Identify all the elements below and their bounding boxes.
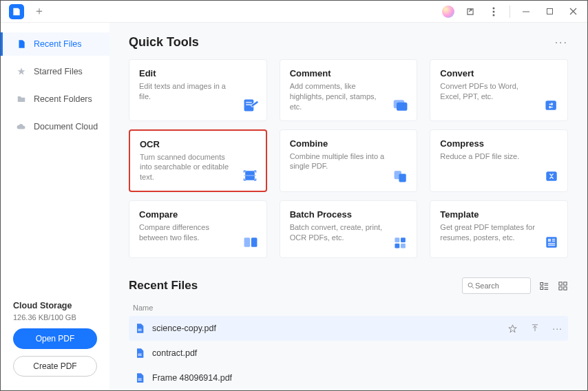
svg-rect-33 [559, 286, 562, 289]
tool-desc: Compare differences between two files. [139, 222, 257, 243]
tool-card-edit[interactable]: Edit Edit texts and images in a file. [129, 59, 267, 121]
template-icon [543, 234, 560, 251]
search-box[interactable] [462, 277, 531, 294]
tool-title: Template [440, 209, 558, 220]
column-header-name: Name [129, 301, 568, 316]
tool-title: Batch Process [290, 209, 408, 220]
svg-rect-17 [251, 237, 258, 247]
search-input[interactable] [475, 282, 516, 290]
new-tab-button[interactable]: ＋ [34, 4, 45, 19]
tool-card-compress[interactable]: Compress Reduce a PDF file size. [430, 129, 568, 193]
file-icon [16, 39, 27, 50]
tool-title: OCR [140, 139, 256, 149]
star-file-icon[interactable] [507, 324, 518, 334]
upload-file-icon[interactable] [530, 324, 540, 333]
svg-point-2 [493, 14, 495, 16]
tool-desc: Convert PDFs to Word, Excel, PPT, etc. [440, 81, 558, 102]
svg-rect-32 [564, 282, 567, 284]
sidebar-item-label: Starred Files [34, 67, 83, 76]
pdf-file-icon [134, 323, 145, 334]
svg-rect-20 [395, 244, 400, 249]
user-avatar[interactable] [442, 6, 454, 18]
svg-rect-3 [523, 11, 529, 12]
comment-icon [392, 97, 410, 114]
quick-tools-more-icon[interactable]: ··· [555, 36, 568, 49]
tool-title: Combine [290, 138, 408, 149]
tool-card-convert[interactable]: Convert Convert PDFs to Word, Excel, PPT… [430, 59, 568, 121]
svg-rect-4 [547, 9, 552, 14]
file-name: Frame 48096914.pdf [152, 373, 232, 383]
tool-desc: Turn scanned documents into searchable o… [140, 152, 256, 183]
svg-rect-25 [552, 240, 555, 242]
search-icon [467, 282, 475, 290]
ocr-icon [241, 167, 259, 184]
file-row[interactable]: Frame 48096914.pdf [129, 366, 568, 390]
sidebar-item-recent-files[interactable]: Recent Files [1, 32, 109, 56]
tool-card-comment[interactable]: Comment Add comments, like highlights, p… [280, 59, 418, 121]
sidebar-item-document-cloud[interactable]: Document Cloud [1, 115, 109, 138]
convert-icon [543, 97, 560, 114]
create-pdf-button[interactable]: Create PDF [13, 356, 97, 377]
tool-title: Edit [139, 68, 257, 78]
app-logo [9, 4, 24, 19]
svg-rect-22 [546, 237, 556, 247]
tool-title: Comment [290, 68, 408, 78]
recent-files-title: Recent Files [129, 279, 198, 293]
minimize-button[interactable] [514, 2, 538, 21]
tool-card-compare[interactable]: Compare Compare differences between two … [129, 200, 267, 258]
sidebar-item-starred-files[interactable]: Starred Files [1, 60, 109, 83]
svg-rect-6 [246, 101, 252, 103]
file-name: science-copy.pdf [152, 324, 216, 333]
tool-card-combine[interactable]: Combine Combine multiple files into a si… [280, 129, 418, 193]
tool-card-ocr[interactable]: OCR Turn scanned documents into searchab… [129, 129, 267, 193]
tool-desc: Get great PDF templates for resumes, pos… [440, 222, 558, 243]
file-row[interactable]: contract.pdf [129, 341, 568, 366]
close-button[interactable] [561, 2, 585, 21]
tool-card-template[interactable]: Template Get great PDF templates for res… [430, 200, 568, 258]
tool-desc: Add comments, like highlights, pencil, s… [290, 81, 408, 112]
svg-point-0 [493, 7, 495, 9]
file-more-icon[interactable]: ··· [552, 323, 563, 334]
sidebar-item-label: Recent Files [34, 39, 81, 49]
svg-rect-30 [540, 286, 543, 289]
file-row[interactable]: science-copy.pdf ··· [129, 316, 568, 341]
tool-desc: Combine multiple files into a single PDF… [290, 151, 408, 172]
svg-rect-26 [548, 243, 555, 244]
edit-icon [242, 97, 260, 114]
tool-title: Compare [139, 209, 257, 220]
batch-icon [392, 234, 410, 251]
compare-icon [242, 234, 260, 251]
svg-rect-19 [401, 237, 406, 242]
pdf-file-icon [134, 348, 145, 359]
pdf-file-icon [134, 372, 145, 383]
svg-rect-16 [244, 237, 250, 247]
svg-rect-18 [395, 237, 400, 242]
list-view-icon[interactable] [539, 281, 549, 291]
sidebar-item-label: Recent Folders [34, 94, 92, 104]
maximize-button[interactable] [538, 2, 561, 21]
svg-rect-24 [552, 239, 555, 240]
tool-title: Compress [440, 138, 558, 149]
share-icon[interactable] [459, 2, 482, 21]
tool-desc: Batch convert, create, print, OCR PDFs, … [290, 222, 408, 243]
combine-icon [392, 168, 410, 184]
svg-rect-21 [401, 244, 406, 249]
open-pdf-button[interactable]: Open PDF [13, 328, 97, 349]
kebab-menu-icon[interactable] [482, 2, 505, 21]
svg-rect-10 [397, 102, 407, 110]
tool-title: Convert [440, 68, 558, 78]
quick-tools-title: Quick Tools [129, 35, 199, 50]
svg-rect-34 [564, 286, 567, 289]
sidebar-item-label: Document Cloud [34, 122, 98, 131]
tool-card-batch-process[interactable]: Batch Process Batch convert, create, pri… [280, 200, 418, 258]
svg-rect-23 [548, 239, 551, 242]
cloud-storage-usage: 126.36 KB/100 GB [13, 313, 97, 321]
svg-point-28 [468, 283, 472, 287]
svg-rect-27 [548, 244, 555, 246]
grid-view-icon[interactable] [558, 281, 568, 291]
tool-desc: Edit texts and images in a file. [139, 81, 257, 102]
svg-point-1 [493, 10, 495, 12]
sidebar-item-recent-folders[interactable]: Recent Folders [1, 87, 109, 111]
svg-rect-11 [545, 101, 556, 110]
cloud-storage-title: Cloud Storage [13, 301, 97, 310]
